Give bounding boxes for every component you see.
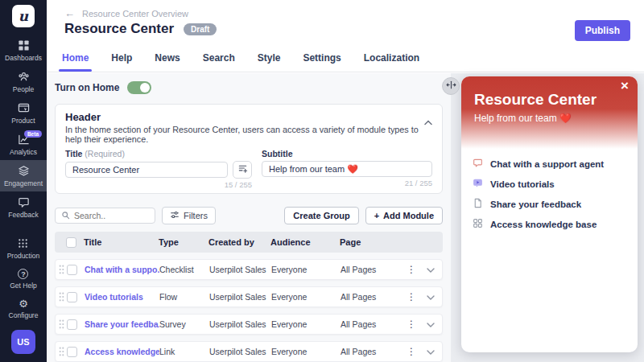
breadcrumb[interactable]: ← Resource Center Overview <box>64 7 188 19</box>
row-menu-kebab-icon[interactable]: ⋮ <box>403 346 419 357</box>
sidebar-nav: Dashboards People Product Beta Analytic <box>0 35 47 223</box>
production-icon <box>17 237 29 249</box>
sidebar-item-label: Engagement <box>4 179 43 187</box>
cell-page: All Pages <box>341 265 403 274</box>
sidebar-item-production[interactable]: Production <box>7 232 40 264</box>
tab-bar: Home Help News Search Style Settings Loc… <box>59 52 439 72</box>
drag-handle-icon[interactable] <box>59 347 67 356</box>
search-icon <box>61 208 70 223</box>
row-checkbox[interactable] <box>67 292 77 302</box>
tab-localization[interactable]: Localization <box>361 52 423 72</box>
cell-created-by: Userpilot Sales <box>209 347 271 356</box>
publish-button[interactable]: Publish <box>575 20 630 41</box>
cell-audience: Everyone <box>271 265 341 274</box>
cell-page: All Pages <box>341 292 403 302</box>
row-checkbox[interactable] <box>67 319 77 330</box>
sidebar-item-label: Dashboards <box>5 54 42 62</box>
turn-on-home-row: Turn on Home <box>55 81 443 94</box>
feedback-icon <box>18 196 30 208</box>
preview-item-feedback[interactable]: Share your feedback <box>473 194 626 214</box>
preview-item-video[interactable]: Video tutorials <box>473 174 626 194</box>
preview-item-chat[interactable]: Chat with a support agent <box>473 154 626 174</box>
preview-item-label: Chat with a support agent <box>490 159 604 169</box>
preview-zone: × Resource Center Help from our team ❤️ … <box>451 73 644 362</box>
user-avatar[interactable]: US <box>11 330 35 354</box>
subtitle-char-counter: 21 / 255 <box>262 179 432 187</box>
row-checkbox[interactable] <box>67 265 77 275</box>
resource-center-preview: × Resource Center Help from our team ❤️ … <box>461 76 638 352</box>
search-input[interactable] <box>74 211 149 220</box>
preview-subtitle: Help from our team ❤️ <box>474 113 625 124</box>
sidebar-item-dashboards[interactable]: Dashboards <box>0 35 47 66</box>
column-title: Title <box>84 237 159 247</box>
add-module-button[interactable]: + Add Module <box>365 207 443 224</box>
sidebar-item-product[interactable]: Product <box>0 97 47 129</box>
sidebar-item-label: People <box>13 85 34 93</box>
panel-resize-handle[interactable] <box>442 77 460 95</box>
module-title-link[interactable]: Share your feedba... <box>85 319 159 329</box>
title-field-group: Title (Required) 15 / 255 <box>65 149 252 189</box>
tab-search[interactable]: Search <box>200 52 238 72</box>
text-lines-plus-icon <box>237 162 248 177</box>
title-char-counter: 15 / 255 <box>65 180 252 189</box>
sidebar-item-label: Analytics <box>10 148 37 156</box>
column-type: Type <box>159 237 208 247</box>
sidebar-item-analytics[interactable]: Beta Analytics <box>0 129 47 160</box>
module-title-link[interactable]: Access knowledge ... <box>85 347 159 356</box>
title-label-text: Title <box>65 149 82 158</box>
app-window: u Dashboards People Product <box>0 0 644 362</box>
knowledge-grid-icon <box>473 217 483 232</box>
close-icon[interactable]: × <box>621 78 629 94</box>
required-hint: (Required) <box>85 149 125 158</box>
turn-on-home-toggle[interactable] <box>127 81 151 94</box>
sidebar-item-people[interactable]: People <box>0 66 47 97</box>
row-expand-chevron-icon[interactable] <box>427 347 435 356</box>
row-expand-chevron-icon[interactable] <box>427 265 435 274</box>
tab-home[interactable]: Home <box>59 52 92 72</box>
cell-type: Flow <box>159 292 209 302</box>
row-expand-chevron-icon[interactable] <box>427 292 435 302</box>
insert-variable-button[interactable] <box>233 161 252 179</box>
preview-module-list: Chat with a support agent Video tutorial… <box>461 149 638 239</box>
preview-item-knowledge[interactable]: Access knowledge base <box>473 214 626 234</box>
sidebar-item-get-help[interactable]: ? Get Help <box>10 264 37 294</box>
sidebar-item-feedback[interactable]: Feedback <box>0 191 47 223</box>
question-glyph: ? <box>21 270 26 278</box>
row-menu-kebab-icon[interactable]: ⋮ <box>403 319 419 330</box>
tab-style[interactable]: Style <box>254 52 284 72</box>
back-arrow-icon[interactable]: ← <box>64 7 75 19</box>
filters-button[interactable]: Filters <box>162 207 216 224</box>
drag-handle-icon[interactable] <box>59 265 67 274</box>
sidebar-item-label: Feedback <box>8 211 38 219</box>
select-all-checkbox[interactable] <box>66 237 76 248</box>
module-title-link[interactable]: Video tutorials <box>85 292 159 302</box>
drag-handle-icon[interactable] <box>59 319 67 329</box>
sidebar-item-engagement[interactable]: Engagement <box>0 160 47 191</box>
sidebar-item-label: Configure <box>9 311 39 319</box>
row-menu-kebab-icon[interactable]: ⋮ <box>403 291 419 302</box>
sidebar-item-configure[interactable]: ⚙ Configure <box>9 294 39 323</box>
turn-on-home-label: Turn on Home <box>55 82 119 93</box>
drag-handle-icon[interactable] <box>59 292 67 302</box>
table-row: Chat with a suppo... Checklist Userpilot… <box>55 259 443 280</box>
engagement-icon <box>18 165 30 177</box>
tab-help[interactable]: Help <box>108 52 135 72</box>
main-content: Turn on Home Header In the home section … <box>47 73 451 362</box>
breadcrumb-label: Resource Center Overview <box>82 9 188 19</box>
row-checkbox[interactable] <box>67 347 77 357</box>
subtitle-input[interactable] <box>262 161 432 177</box>
tab-settings[interactable]: Settings <box>299 52 344 72</box>
cell-created-by: Userpilot Sales <box>209 265 271 274</box>
module-title-link[interactable]: Chat with a suppo... <box>85 265 159 274</box>
tab-news[interactable]: News <box>151 52 183 72</box>
dashboards-icon <box>18 39 30 51</box>
collapse-card-button[interactable] <box>424 114 432 129</box>
row-menu-kebab-icon[interactable]: ⋮ <box>403 264 419 275</box>
filters-label: Filters <box>184 211 208 220</box>
title-input[interactable] <box>65 162 228 178</box>
row-expand-chevron-icon[interactable] <box>427 319 435 329</box>
create-group-button[interactable]: Create Group <box>284 207 358 224</box>
search-box[interactable] <box>55 208 155 224</box>
cell-page: All Pages <box>341 319 403 329</box>
userpilot-logo[interactable]: u <box>12 5 35 27</box>
